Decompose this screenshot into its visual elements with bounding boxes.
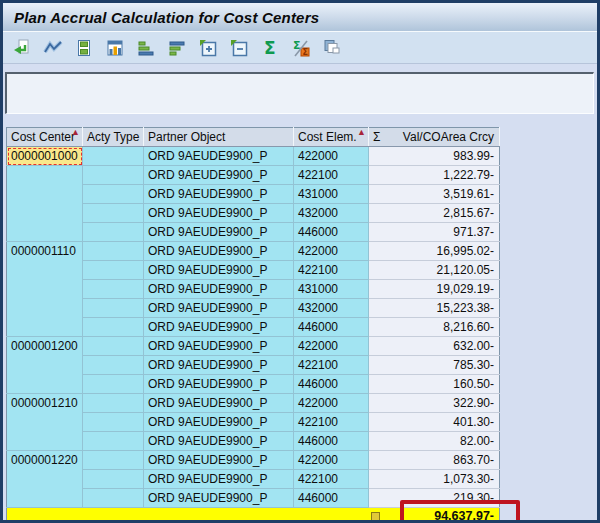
partner-object-cell[interactable]: ORD 9AEUDE9900_P [144,280,294,299]
partner-object-cell[interactable]: ORD 9AEUDE9900_P [144,394,294,413]
cost-elem-cell[interactable]: 446000 [294,432,369,451]
value-cell[interactable]: 863.70- [369,451,500,470]
value-cell[interactable]: 219.30- [369,489,500,508]
acty-type-cell[interactable] [83,356,144,375]
sum-icon[interactable]: Σ [258,37,282,59]
cost-center-cell[interactable]: 0000001110 [7,242,83,337]
acty-type-cell[interactable] [83,432,144,451]
acty-type-cell[interactable] [83,318,144,337]
detail-chart-icon[interactable] [41,37,65,59]
value-cell[interactable]: 16,995.02- [369,242,500,261]
partner-object-cell[interactable]: ORD 9AEUDE9900_P [144,223,294,242]
col-header-partner-object[interactable]: Partner Object [144,128,294,147]
value-cell[interactable]: 971.37- [369,223,500,242]
col-header-cost-elem[interactable]: Cost Elem. ▲ [294,128,369,147]
acty-type-cell[interactable] [83,280,144,299]
acty-type-cell[interactable] [83,204,144,223]
expand-summation-icon[interactable] [196,37,220,59]
cost-elem-cell[interactable]: 422000 [294,394,369,413]
cost-elem-cell[interactable]: 446000 [294,375,369,394]
partner-object-cell[interactable]: ORD 9AEUDE9900_P [144,166,294,185]
cost-elem-cell[interactable]: 422100 [294,470,369,489]
value-cell[interactable]: 8,216.60- [369,318,500,337]
cost-elem-cell[interactable]: 432000 [294,204,369,223]
sort-descending-icon[interactable] [165,37,189,59]
sort-ascending-icon[interactable] [134,37,158,59]
partner-object-cell[interactable]: ORD 9AEUDE9900_P [144,299,294,318]
acty-type-cell[interactable] [83,451,144,470]
value-cell[interactable]: 401.30- [369,413,500,432]
cost-elem-cell[interactable]: 422000 [294,337,369,356]
cost-elem-cell[interactable]: 431000 [294,280,369,299]
cost-elem-cell[interactable]: 446000 [294,318,369,337]
column-config-icon[interactable] [103,37,127,59]
value-cell[interactable]: 82.00- [369,432,500,451]
acty-type-cell[interactable] [83,299,144,318]
value-cell[interactable]: 322.90- [369,394,500,413]
cost-elem-cell[interactable]: 446000 [294,223,369,242]
value-cell[interactable]: 785.30- [369,356,500,375]
subtotal-icon[interactable]: Σ Σ [289,37,313,59]
cost-elem-cell[interactable]: 431000 [294,185,369,204]
cost-center-cell[interactable]: 0000001210 [7,394,83,451]
col-header-cost-center[interactable]: Cost Center ▲ [7,128,83,147]
value-cell[interactable]: 1,073.30- [369,470,500,489]
partner-object-cell[interactable]: ORD 9AEUDE9900_P [144,489,294,508]
cost-elem-cell[interactable]: 432000 [294,299,369,318]
value-cell[interactable]: 983.99- [369,147,500,166]
partner-object-cell[interactable]: ORD 9AEUDE9900_P [144,204,294,223]
choose-layout-icon[interactable] [320,37,344,59]
partner-object-cell[interactable]: ORD 9AEUDE9900_P [144,185,294,204]
value-cell[interactable]: 3,519.61- [369,185,500,204]
value-cell[interactable]: 15,223.38- [369,299,500,318]
cost-elem-cell[interactable]: 422000 [294,242,369,261]
acty-type-cell[interactable] [83,242,144,261]
partner-object-cell[interactable]: ORD 9AEUDE9900_P [144,337,294,356]
cost-elem-cell[interactable]: 422100 [294,261,369,280]
cost-elem-cell[interactable]: 422000 [294,147,369,166]
collapse-summation-icon[interactable] [227,37,251,59]
col-header-value[interactable]: Σ Val/COArea Crcy [369,128,500,147]
acty-type-cell[interactable] [83,223,144,242]
acty-type-cell[interactable] [83,337,144,356]
acty-type-cell[interactable] [83,147,144,166]
value-cell[interactable]: 160.50- [369,375,500,394]
col-label: Partner Object [148,130,225,144]
cost-center-cell[interactable]: 0000001220 [7,451,83,508]
table-row: 0000001110ORD 9AEUDE9900_P42200016,995.0… [7,242,500,261]
cost-elem-cell[interactable]: 422100 [294,356,369,375]
acty-type-cell[interactable] [83,375,144,394]
partner-object-cell[interactable]: ORD 9AEUDE9900_P [144,413,294,432]
acty-type-cell[interactable] [83,489,144,508]
partner-object-cell[interactable]: ORD 9AEUDE9900_P [144,451,294,470]
cost-center-cell[interactable]: 0000001200 [7,337,83,394]
cost-center-cell-merged[interactable] [7,166,83,242]
col-header-acty-type[interactable]: Acty Type [83,128,144,147]
cost-elem-cell[interactable]: 422100 [294,413,369,432]
value-cell[interactable]: 19,029.19- [369,280,500,299]
acty-type-cell[interactable] [83,185,144,204]
acty-type-cell[interactable] [83,261,144,280]
value-cell[interactable]: 632.00- [369,337,500,356]
acty-type-cell[interactable] [83,394,144,413]
acty-type-cell[interactable] [83,470,144,489]
partner-object-cell[interactable]: ORD 9AEUDE9900_P [144,470,294,489]
value-cell[interactable]: 2,815.67- [369,204,500,223]
exit-icon[interactable] [10,37,34,59]
cost-center-cell[interactable]: 0000001000 [7,147,83,166]
acty-type-cell[interactable] [83,166,144,185]
cost-elem-cell[interactable]: 422100 [294,166,369,185]
partner-object-cell[interactable]: ORD 9AEUDE9900_P [144,261,294,280]
value-cell[interactable]: 21,120.05- [369,261,500,280]
partner-object-cell[interactable]: ORD 9AEUDE9900_P [144,356,294,375]
partner-object-cell[interactable]: ORD 9AEUDE9900_P [144,147,294,166]
value-cell[interactable]: 1,222.79- [369,166,500,185]
partner-object-cell[interactable]: ORD 9AEUDE9900_P [144,375,294,394]
save-layout-icon[interactable] [72,37,96,59]
cost-elem-cell[interactable]: 446000 [294,489,369,508]
partner-object-cell[interactable]: ORD 9AEUDE9900_P [144,242,294,261]
partner-object-cell[interactable]: ORD 9AEUDE9900_P [144,318,294,337]
partner-object-cell[interactable]: ORD 9AEUDE9900_P [144,432,294,451]
cost-elem-cell[interactable]: 422000 [294,451,369,470]
acty-type-cell[interactable] [83,413,144,432]
